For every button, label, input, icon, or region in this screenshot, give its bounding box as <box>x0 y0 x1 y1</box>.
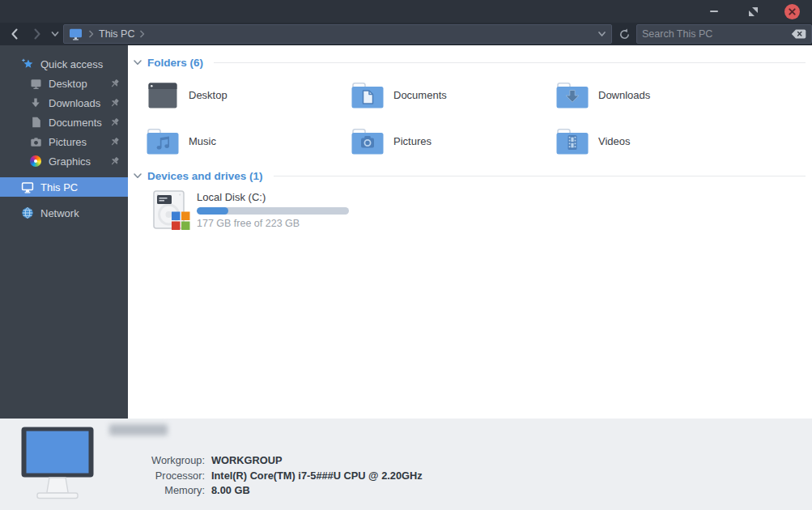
desktop-icon <box>29 78 42 90</box>
detail-value-workgroup: WORKGROUP <box>211 453 423 469</box>
network-globe-icon <box>21 206 34 219</box>
sidebar-item-label: Desktop <box>49 78 87 90</box>
disk-usage-fill <box>197 207 228 215</box>
folder-tile-documents[interactable]: Documents <box>350 80 555 110</box>
collapse-chevron-icon <box>134 60 142 66</box>
section-rule <box>214 62 806 63</box>
section-header-devices[interactable]: Devices and drives (1) <box>134 165 806 186</box>
chevron-down-icon <box>597 30 606 38</box>
sidebar: Quick access Desktop <box>0 45 128 419</box>
folder-tile-label: Documents <box>393 89 447 101</box>
sidebar-item-documents[interactable]: Documents <box>0 113 128 132</box>
computer-name-redacted <box>109 424 168 436</box>
this-pc-icon <box>69 28 83 40</box>
folder-tile-label: Pictures <box>393 135 432 147</box>
maximize-button[interactable] <box>743 2 763 21</box>
sidebar-item-label: Quick access <box>40 58 103 70</box>
detail-value-processor: Intel(R) Core(TM) i7-5###U CPU @ 2.20GHz <box>211 469 423 484</box>
folder-music-icon <box>145 127 181 156</box>
back-button[interactable] <box>3 23 26 45</box>
drive-free-space: 177 GB free of 223 GB <box>197 218 349 229</box>
address-dropdown-button[interactable] <box>597 30 606 38</box>
detail-label: Memory: <box>108 483 205 499</box>
back-icon <box>10 28 19 40</box>
section-header-folders[interactable]: Folders (6) <box>134 52 806 73</box>
sidebar-item-graphics[interactable]: Graphics <box>0 151 128 171</box>
search-input[interactable] <box>642 28 788 40</box>
minimize-icon <box>710 11 718 12</box>
titlebar <box>0 0 812 23</box>
download-arrow-icon <box>29 97 42 108</box>
forward-button[interactable] <box>26 23 49 45</box>
pin-icon[interactable] <box>109 117 120 128</box>
drive-info: Local Disk (C:) 177 GB free of 223 GB <box>197 189 349 232</box>
folder-tile-music[interactable]: Music <box>145 126 350 156</box>
sidebar-item-pictures[interactable]: Pictures <box>0 132 128 151</box>
quick-access-star-icon <box>21 57 34 70</box>
backspace-icon <box>791 29 806 39</box>
breadcrumb-separator-icon <box>139 30 145 38</box>
folder-tile-videos[interactable]: Videos <box>555 126 759 156</box>
close-button[interactable] <box>782 2 801 21</box>
folder-tile-desktop[interactable]: Desktop <box>145 80 350 110</box>
detail-value-memory: 8.00 GB <box>211 483 423 499</box>
sidebar-item-label: Pictures <box>49 136 87 148</box>
system-details: Workgroup: WORKGROUP Processor: Intel(R)… <box>108 453 423 499</box>
folder-documents-icon <box>350 81 385 110</box>
details-panel: Workgroup: WORKGROUP Processor: Intel(R)… <box>0 419 812 510</box>
color-wheel-icon <box>29 155 42 167</box>
navigation-bar: This PC <box>0 23 812 45</box>
computer-icon <box>21 181 34 193</box>
sidebar-item-desktop[interactable]: Desktop <box>0 74 128 93</box>
refresh-icon <box>619 28 631 40</box>
pin-icon[interactable] <box>109 156 120 167</box>
detail-label: Processor: <box>108 469 205 484</box>
section-title: Devices and drives (1) <box>147 170 263 182</box>
pin-icon[interactable] <box>109 98 120 108</box>
main-content: Folders (6) Desktop <box>128 45 812 419</box>
folder-videos-icon <box>555 127 590 156</box>
folder-tile-pictures[interactable]: Pictures <box>350 126 555 156</box>
section-rule <box>274 176 806 176</box>
sidebar-item-this-pc[interactable]: This PC <box>0 177 128 197</box>
camera-icon <box>29 137 42 147</box>
file-manager-window: This PC <box>0 0 812 510</box>
forward-icon <box>32 28 42 40</box>
search-clear-button[interactable] <box>791 29 806 39</box>
breadcrumb-separator-icon <box>88 30 94 38</box>
detail-label: Workgroup: <box>108 453 205 469</box>
sidebar-item-label: Documents <box>49 117 102 129</box>
sidebar-item-label: This PC <box>40 181 78 193</box>
section-title: Folders (6) <box>147 57 203 69</box>
sidebar-item-quick-access[interactable]: Quick access <box>0 54 128 74</box>
refresh-button[interactable] <box>614 23 635 45</box>
sidebar-item-downloads[interactable]: Downloads <box>0 93 128 113</box>
folder-downloads-icon <box>555 81 590 110</box>
search-box <box>636 24 812 44</box>
disk-usage-bar <box>197 207 349 215</box>
folder-tile-label: Videos <box>598 135 631 147</box>
folder-tile-label: Music <box>189 135 216 147</box>
sidebar-item-label: Graphics <box>49 155 91 168</box>
minimize-button[interactable] <box>704 2 724 21</box>
address-bar[interactable]: This PC <box>63 24 612 44</box>
pin-icon[interactable] <box>109 137 120 147</box>
breadcrumb-item-this-pc[interactable]: This PC <box>99 28 134 40</box>
pin-icon[interactable] <box>109 79 120 89</box>
folder-pictures-icon <box>350 127 385 156</box>
monitor-icon <box>20 426 96 500</box>
close-icon <box>784 4 800 19</box>
sidebar-item-label: Downloads <box>49 97 100 109</box>
sidebar-item-label: Network <box>40 207 79 219</box>
folder-tile-downloads[interactable]: Downloads <box>555 80 759 110</box>
folders-grid: Desktop Documents <box>145 80 812 156</box>
document-icon <box>29 117 42 128</box>
hard-disk-windows-icon <box>151 189 190 232</box>
window-body: Quick access Desktop <box>0 45 812 419</box>
chevron-down-icon <box>51 30 59 38</box>
folder-tile-label: Downloads <box>598 89 650 101</box>
drive-tile-local-disk-c[interactable]: Local Disk (C:) 177 GB free of 223 GB <box>151 189 812 232</box>
sidebar-item-network[interactable]: Network <box>0 203 128 223</box>
desktop-window-icon <box>145 81 181 110</box>
history-dropdown-button[interactable] <box>49 23 62 45</box>
